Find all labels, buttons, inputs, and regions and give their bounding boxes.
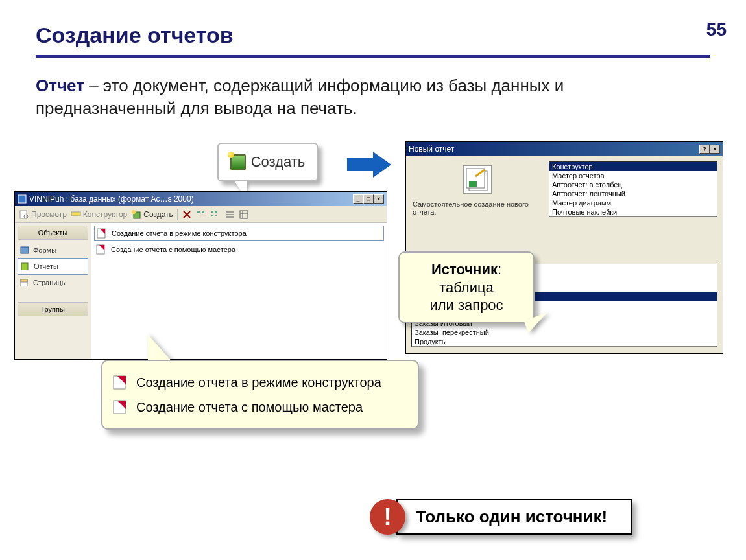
svg-rect-4 — [71, 212, 80, 216]
list-icon — [224, 209, 235, 220]
svg-rect-11 — [211, 211, 213, 213]
arrow-icon — [347, 150, 392, 179]
svg-rect-18 — [240, 211, 248, 218]
list-item[interactable]: Мастер диаграмм — [549, 198, 717, 207]
maximize-button[interactable]: □ — [363, 194, 374, 204]
svg-point-6 — [132, 210, 136, 214]
options-callout: Создание отчета в режиме конструктора Со… — [101, 360, 419, 430]
list-item[interactable]: Создание отчета в режиме конструктора — [94, 226, 384, 241]
dialog-description: Самостоятельное создание нового отчета. — [413, 200, 542, 216]
report-illustration-icon — [463, 165, 492, 194]
list-item[interactable]: Продукты — [412, 337, 717, 346]
list-item[interactable]: Конструктор — [549, 162, 717, 171]
reports-icon — [21, 262, 30, 270]
page-number: 55 — [706, 19, 727, 40]
list-item[interactable]: Создание отчета с помощью мастера — [94, 242, 384, 257]
svg-rect-13 — [211, 215, 213, 216]
svg-rect-12 — [215, 211, 217, 213]
close-button[interactable]: × — [374, 194, 384, 204]
definition-text: Отчет – это документ, содержащий информа… — [36, 75, 697, 120]
svg-rect-14 — [215, 215, 217, 216]
svg-rect-22 — [21, 263, 28, 270]
large-icons-icon — [196, 209, 206, 220]
dialog-title: Новый отчет — [409, 145, 454, 154]
option-label: Создание отчета в режиме конструктора — [136, 375, 381, 390]
details-icon — [239, 209, 249, 220]
svg-rect-24 — [21, 279, 27, 282]
warning-text: Только один источник! — [396, 499, 632, 535]
titlebar-caption: VINNIPuh : база данных (формат Ac…s 2000… — [18, 194, 194, 204]
list-item[interactable]: Заказы_перекрестный — [412, 328, 717, 337]
svg-rect-21 — [21, 247, 29, 253]
svg-rect-31 — [469, 181, 477, 187]
preview-icon — [19, 209, 29, 220]
objects-list: Создание отчета в режиме конструктора Со… — [91, 223, 387, 359]
close-button[interactable]: × — [710, 145, 720, 154]
title-underline — [36, 55, 710, 58]
forms-icon — [20, 246, 29, 254]
new-object-icon — [230, 154, 246, 170]
source-callout-line2: таблица — [439, 279, 494, 296]
list-item[interactable]: Мастер отчетов — [549, 171, 717, 180]
delete-icon — [182, 209, 192, 220]
preview-button[interactable]: Просмотр — [19, 209, 67, 220]
view-large-icons[interactable] — [196, 209, 206, 220]
new-icon — [131, 209, 141, 220]
warning-icon: ! — [370, 499, 405, 535]
create-callout: Создать — [217, 143, 318, 181]
list-item[interactable]: Почтовые наклейки — [549, 207, 717, 216]
window-title: VINNIPuh : база данных (формат Ac…s 2000… — [29, 194, 194, 204]
small-icons-icon — [210, 209, 221, 220]
wizard-icon — [112, 374, 128, 391]
option-label: Создание отчета с помощью мастера — [136, 400, 363, 415]
access-toolbar: Просмотр Конструктор Создать — [15, 206, 387, 223]
tool-delete[interactable] — [182, 209, 192, 220]
ruler-icon — [71, 209, 81, 220]
svg-rect-1 — [18, 195, 26, 203]
page-title: Создание отчетов — [36, 23, 234, 48]
minimize-button[interactable]: _ — [353, 194, 363, 204]
view-details[interactable] — [239, 209, 249, 220]
wizard-icon — [96, 228, 108, 239]
view-list[interactable] — [224, 209, 235, 220]
svg-rect-10 — [202, 211, 204, 213]
groups-header[interactable]: Группы — [18, 302, 88, 316]
source-callout-line3: или запрос — [429, 297, 503, 313]
option-row: Создание отчета с помощью мастера — [112, 395, 409, 419]
create-button[interactable]: Создать — [131, 209, 173, 220]
design-button[interactable]: Конструктор — [71, 209, 127, 220]
sidebar-item-pages[interactable]: Страницы — [18, 275, 88, 290]
warning-banner: ! Только один источник! — [370, 499, 632, 535]
objects-sidebar: Объекты Формы Отчеты Страницы Группы — [15, 223, 91, 359]
view-small-icons[interactable] — [210, 209, 221, 220]
dialog-description-pane: Самостоятельное создание нового отчета. — [406, 156, 549, 222]
svg-marker-0 — [347, 152, 391, 178]
create-callout-label: Создать — [251, 154, 306, 170]
wizard-icon — [112, 399, 128, 415]
option-row: Создание отчета в режиме конструктора — [112, 370, 409, 395]
objects-header[interactable]: Объекты — [18, 226, 88, 240]
app-icon — [18, 194, 27, 204]
wizard-icon — [95, 244, 107, 255]
definition-body: – это документ, содержащий информацию из… — [36, 76, 564, 118]
definition-term: Отчет — [36, 76, 84, 95]
sidebar-item-forms[interactable]: Формы — [18, 242, 88, 258]
source-callout-title: Источник — [431, 261, 498, 277]
titlebar[interactable]: VINNIPuh : база данных (формат Ac…s 2000… — [15, 192, 387, 206]
pages-icon — [20, 279, 29, 286]
list-item[interactable]: Автоотчет: ленточный — [549, 189, 717, 198]
dialog-titlebar[interactable]: Новый отчет ? × — [406, 142, 723, 156]
report-modes-list[interactable]: Конструктор Мастер отчетов Автоотчет: в … — [549, 161, 717, 217]
toolbar-separator — [177, 209, 178, 220]
svg-rect-9 — [197, 211, 200, 213]
database-window: VINNIPuh : база данных (формат Ac…s 2000… — [14, 191, 387, 360]
source-callout: Источник: таблица или запрос — [398, 251, 535, 323]
help-button[interactable]: ? — [699, 145, 710, 154]
list-item[interactable]: Автоотчет: в столбец — [549, 180, 717, 189]
sidebar-item-reports[interactable]: Отчеты — [18, 258, 88, 275]
window-controls: _ □ × — [353, 194, 384, 204]
